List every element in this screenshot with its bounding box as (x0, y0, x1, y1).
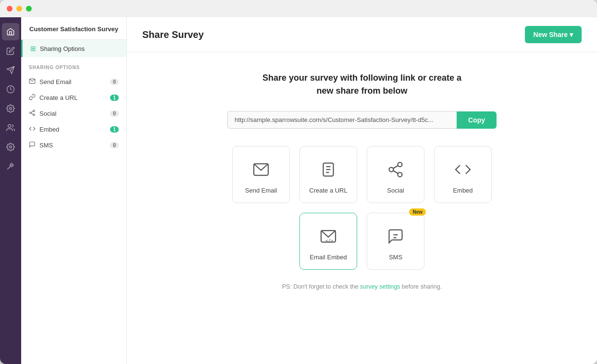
svg-point-6 (11, 164, 13, 167)
svg-point-18 (398, 162, 402, 167)
embed-label: Embed (39, 126, 59, 133)
card-send-email-icon (249, 158, 273, 181)
sidebar-item-social[interactable]: Social 0 (21, 106, 126, 121)
share-heading: Share your survey with following link or… (262, 72, 461, 97)
card-email-embed-icon: </> (317, 225, 340, 248)
svg-point-9 (30, 112, 32, 114)
rail-send-icon[interactable] (2, 61, 19, 79)
rail-edit-icon[interactable] (2, 42, 19, 60)
email-icon (29, 78, 36, 86)
svg-line-22 (393, 166, 398, 169)
card-social-icon (384, 158, 407, 181)
titlebar (0, 0, 597, 17)
social-badge: 0 (110, 110, 119, 117)
survey-settings-link[interactable]: survey settings (360, 283, 400, 290)
new-badge: New (409, 208, 426, 216)
svg-line-11 (31, 113, 33, 114)
copy-button[interactable]: Copy (457, 111, 497, 129)
left-rail (0, 17, 21, 364)
app-window: Customer Satisfaction Survey ⊞ Sharing O… (0, 0, 597, 364)
sidebar-header: Customer Satisfaction Survey (21, 17, 126, 40)
card-create-url-label: Create a URL (309, 187, 347, 194)
card-email-embed[interactable]: </> Email Embed (299, 213, 357, 270)
sidebar-section-label: SHARING OPTIONS (21, 57, 126, 74)
ps-note: PS: Don't forget to check the survey set… (282, 283, 442, 290)
svg-text:</>: </> (325, 238, 334, 243)
card-send-email-label: Send Email (245, 187, 277, 194)
svg-point-3 (10, 108, 12, 110)
rail-analytics-icon[interactable] (2, 81, 19, 98)
card-social[interactable]: Social (367, 146, 424, 203)
maximize-dot[interactable] (26, 6, 32, 12)
rail-home-icon[interactable] (2, 23, 19, 40)
content-area: Share your survey with following link or… (127, 52, 597, 364)
card-embed-label: Embed (453, 187, 473, 194)
card-create-url[interactable]: Create a URL (299, 146, 357, 203)
create-url-label: Create a URL (39, 94, 77, 101)
code-icon (29, 125, 36, 133)
sidebar-sharing-options[interactable]: ⊞ Sharing Options (21, 40, 126, 57)
send-email-label: Send Email (39, 78, 71, 85)
card-social-label: Social (387, 187, 404, 194)
sidebar-item-create-url[interactable]: Create a URL 1 (21, 90, 126, 106)
page-title: Share Survey (142, 29, 204, 40)
svg-point-8 (33, 110, 35, 112)
sharing-options-label: Sharing Options (40, 45, 85, 52)
svg-point-20 (398, 172, 402, 177)
send-email-badge: 0 (110, 79, 119, 85)
card-sms-label: SMS (389, 254, 402, 261)
survey-title: Customer Satisfaction Survey (29, 25, 119, 34)
card-sms[interactable]: New SMS (367, 213, 424, 270)
rail-users-icon[interactable] (2, 119, 19, 136)
card-create-url-icon (317, 158, 340, 181)
svg-point-4 (8, 124, 11, 127)
card-embed[interactable]: Embed (434, 146, 492, 203)
svg-point-10 (33, 114, 35, 116)
card-embed-icon (451, 158, 474, 181)
svg-line-21 (393, 170, 398, 173)
minimize-dot[interactable] (16, 6, 22, 12)
share-options-grid: Send Email Create a URL (232, 146, 492, 203)
svg-point-5 (10, 146, 12, 148)
main-content: Share Survey New Share ▾ Share your surv… (127, 17, 597, 364)
link-icon (29, 94, 36, 102)
card-sms-icon (384, 225, 407, 248)
top-bar: Share Survey New Share ▾ (127, 17, 597, 52)
sidebar-item-embed[interactable]: Embed 1 (21, 121, 126, 137)
sms-icon (29, 141, 36, 149)
embed-badge: 1 (110, 126, 119, 133)
new-share-button[interactable]: New Share ▾ (525, 26, 582, 43)
close-dot[interactable] (7, 6, 12, 12)
survey-url-input[interactable] (227, 111, 457, 129)
rail-wand-icon[interactable] (2, 158, 19, 175)
card-email-embed-label: Email Embed (310, 254, 347, 261)
share-options-row2: </> Email Embed New (299, 213, 424, 270)
rail-settings-icon[interactable] (2, 100, 19, 117)
sidebar-item-sms[interactable]: SMS 0 (21, 137, 126, 153)
sms-label: SMS (39, 142, 53, 149)
app-body: Customer Satisfaction Survey ⊞ Sharing O… (0, 17, 597, 364)
svg-point-19 (389, 168, 394, 172)
url-row: Copy (227, 111, 497, 129)
share-icon (29, 109, 36, 118)
svg-line-12 (31, 111, 33, 112)
social-label: Social (39, 110, 56, 117)
card-send-email[interactable]: Send Email (232, 146, 290, 203)
sidebar-item-send-email[interactable]: Send Email 0 (21, 74, 126, 90)
create-url-badge: 1 (110, 95, 119, 101)
rail-gear-icon[interactable] (2, 138, 19, 156)
grid-icon: ⊞ (30, 45, 36, 52)
sidebar: Customer Satisfaction Survey ⊞ Sharing O… (21, 17, 127, 364)
sms-badge: 0 (110, 142, 119, 148)
